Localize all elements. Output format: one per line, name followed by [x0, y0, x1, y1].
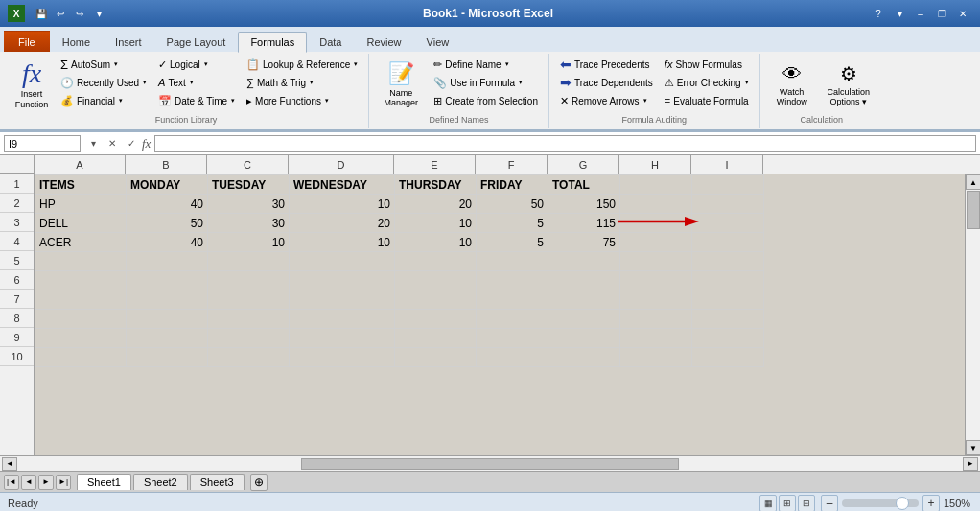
sheet-tab-sheet2[interactable]: Sheet2 — [133, 474, 188, 490]
watch-window-button[interactable]: 👁 WatchWindow — [766, 56, 818, 113]
cell-b7[interactable] — [127, 290, 208, 310]
cell-e1[interactable]: THURSDAY — [395, 175, 477, 195]
define-name-button[interactable]: ✏ Define Name ▾ — [429, 56, 543, 73]
tab-home[interactable]: Home — [50, 31, 103, 52]
insert-function-button[interactable]: fx InsertFunction — [10, 56, 54, 113]
page-break-view-button[interactable]: ⊟ — [798, 495, 815, 512]
cell-i7[interactable] — [692, 290, 764, 310]
cell-i9[interactable] — [692, 329, 764, 348]
cell-e8[interactable] — [395, 310, 477, 329]
logical-dropdown[interactable]: ▾ — [204, 60, 208, 68]
cell-h9[interactable] — [620, 329, 692, 348]
confirm-formula-button[interactable]: ✓ — [123, 135, 140, 152]
save-qa-button[interactable]: 💾 — [33, 5, 50, 22]
cell-d4[interactable]: 10 — [290, 233, 395, 252]
cell-d9[interactable] — [290, 329, 395, 348]
cell-e2[interactable]: 20 — [395, 195, 477, 214]
cell-b4[interactable]: 40 — [127, 233, 208, 252]
ribbon-toggle-button[interactable]: ▾ — [890, 5, 909, 22]
trace-precedents-button[interactable]: ⬅ Trace Precedents — [555, 56, 658, 73]
cell-c9[interactable] — [208, 329, 290, 348]
row-num-9[interactable]: 9 — [0, 328, 34, 347]
text-dropdown[interactable]: ▾ — [190, 79, 194, 86]
row-num-7[interactable]: 7 — [0, 290, 34, 309]
col-header-a[interactable]: A — [35, 155, 126, 174]
cell-f8[interactable] — [477, 310, 548, 329]
cell-g2[interactable]: 150 — [548, 195, 620, 214]
cell-b6[interactable] — [127, 271, 208, 290]
add-sheet-button[interactable]: ⊕ — [250, 474, 268, 491]
cell-c3[interactable]: 30 — [208, 214, 290, 233]
text-button[interactable]: A Text ▾ — [153, 74, 240, 91]
cell-i10[interactable] — [692, 348, 764, 367]
create-from-selection-button[interactable]: ⊞ Create from Selection — [429, 92, 543, 109]
tab-formulas[interactable]: Formulas — [238, 32, 307, 53]
sheet-nav-first[interactable]: |◄ — [4, 475, 19, 490]
cell-b9[interactable] — [127, 329, 208, 348]
cell-f2[interactable]: 50 — [477, 195, 548, 214]
cell-d2[interactable]: 10 — [290, 195, 395, 214]
cell-h8[interactable] — [620, 310, 692, 329]
scroll-up-button[interactable]: ▲ — [966, 174, 980, 190]
cell-g9[interactable] — [548, 329, 620, 348]
page-layout-view-button[interactable]: ⊞ — [779, 495, 796, 512]
cell-d6[interactable] — [290, 271, 395, 290]
cell-c5[interactable] — [208, 252, 290, 271]
col-header-c[interactable]: C — [207, 155, 289, 174]
cell-c8[interactable] — [208, 310, 290, 329]
cell-g3[interactable]: 115 — [548, 214, 620, 233]
h-scroll-track[interactable] — [17, 457, 963, 471]
name-box[interactable] — [4, 135, 81, 152]
financial-button[interactable]: 💰 Financial ▾ — [56, 92, 152, 109]
cell-g5[interactable] — [548, 252, 620, 271]
autosum-dropdown[interactable]: ▾ — [114, 60, 118, 68]
zoom-out-button[interactable]: – — [821, 495, 838, 512]
col-header-d[interactable]: D — [289, 155, 394, 174]
cell-a9[interactable] — [35, 329, 127, 348]
cell-b10[interactable] — [127, 348, 208, 367]
remove-arrows-dropdown[interactable]: ▾ — [643, 97, 647, 105]
cell-e9[interactable] — [395, 329, 477, 348]
cell-f5[interactable] — [477, 252, 548, 271]
col-header-b[interactable]: B — [126, 155, 207, 174]
row-num-5[interactable]: 5 — [0, 251, 34, 270]
cancel-formula-button[interactable]: ✕ — [104, 135, 121, 152]
col-header-h[interactable]: H — [619, 155, 691, 174]
cell-f3[interactable]: 5 — [477, 214, 548, 233]
cell-i6[interactable] — [692, 271, 764, 290]
cell-d1[interactable]: WEDNESDAY — [290, 175, 395, 195]
scroll-track[interactable] — [966, 190, 980, 440]
close-button[interactable]: ✕ — [953, 5, 972, 22]
cell-h2[interactable] — [620, 195, 692, 214]
cell-i5[interactable] — [692, 252, 764, 271]
row-num-1[interactable]: 1 — [0, 174, 34, 194]
financial-dropdown[interactable]: ▾ — [119, 97, 123, 105]
lookup-dropdown[interactable]: ▾ — [354, 60, 358, 68]
cell-d8[interactable] — [290, 310, 395, 329]
cell-e5[interactable] — [395, 252, 477, 271]
cell-a6[interactable] — [35, 271, 127, 290]
error-checking-button[interactable]: ⚠ Error Checking ▾ — [660, 74, 754, 91]
cell-g7[interactable] — [548, 290, 620, 310]
scroll-down-button[interactable]: ▼ — [966, 440, 980, 455]
tab-data[interactable]: Data — [307, 31, 354, 52]
logical-button[interactable]: ✓ Logical ▾ — [153, 56, 240, 73]
cell-h4[interactable] — [620, 233, 692, 252]
recently-used-button[interactable]: 🕐 Recently Used ▾ — [56, 74, 152, 91]
zoom-slider-thumb[interactable] — [896, 497, 909, 510]
show-formulas-button[interactable]: fx Show Formulas — [660, 56, 754, 73]
sheet-tab-sheet1[interactable]: Sheet1 — [77, 474, 131, 490]
h-scroll-left-button[interactable]: ◄ — [2, 457, 17, 471]
cell-i1[interactable] — [692, 175, 764, 195]
cell-e6[interactable] — [395, 271, 477, 290]
more-functions-dropdown[interactable]: ▾ — [325, 97, 329, 105]
tab-insert[interactable]: Insert — [103, 31, 154, 52]
lookup-reference-button[interactable]: 📋 Lookup & Reference ▾ — [242, 56, 362, 73]
row-num-10[interactable]: 10 — [0, 347, 34, 366]
col-header-i[interactable]: I — [691, 155, 763, 174]
restore-button[interactable]: ❐ — [932, 5, 951, 22]
cell-a1[interactable]: ITEMS — [35, 175, 127, 195]
row-num-8[interactable]: 8 — [0, 309, 34, 328]
cell-d5[interactable] — [290, 252, 395, 271]
row-num-3[interactable]: 3 — [0, 213, 34, 232]
